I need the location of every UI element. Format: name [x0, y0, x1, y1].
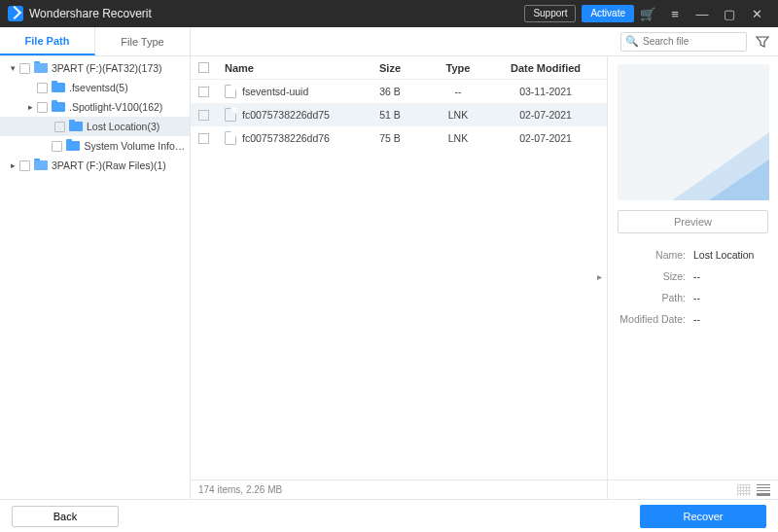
meta-key-name: Name: — [618, 249, 693, 261]
preview-thumbnail — [618, 64, 769, 200]
meta-val-path: -- — [693, 292, 768, 303]
close-icon[interactable]: ✕ — [743, 7, 770, 21]
cell-name: fseventsd-uuid — [242, 86, 308, 97]
tree-item-lost-location[interactable]: ▸ Lost Location(3) — [0, 117, 190, 136]
tree-item-fseventsd[interactable]: ▸ .fseventsd(5) — [0, 78, 190, 97]
folder-icon — [52, 102, 65, 112]
col-type[interactable]: Type — [424, 62, 492, 74]
tabs-row: File Path File Type 🔍 — [0, 27, 778, 56]
col-date[interactable]: Date Modified — [492, 62, 599, 74]
folder-icon — [69, 122, 83, 131]
table-row[interactable]: fseventsd-uuid 36 B -- 03-11-2021 — [191, 80, 607, 103]
menu-icon[interactable]: ≡ — [661, 7, 689, 21]
search-icon: 🔍 — [625, 35, 639, 48]
search-box[interactable]: 🔍 — [620, 32, 747, 52]
cell-type: LNK — [424, 109, 492, 121]
back-button[interactable]: Back — [12, 506, 119, 527]
cell-size: 51 B — [356, 109, 424, 121]
checkbox[interactable] — [52, 141, 62, 152]
main-area: ▾ 3PART (F:)(FAT32)(173) ▸ .fseventsd(5)… — [0, 56, 778, 499]
status-bar: 174 items, 2.26 MB — [191, 479, 778, 499]
grid-view-icon[interactable] — [737, 484, 751, 496]
preview-button[interactable]: Preview — [618, 210, 768, 233]
select-all-checkbox[interactable] — [198, 62, 209, 73]
meta-val-name: Lost Location — [693, 249, 768, 261]
tab-file-path[interactable]: File Path — [0, 27, 95, 55]
tree-root-3part-fat32[interactable]: ▾ 3PART (F:)(FAT32)(173) — [0, 58, 190, 78]
folder-icon — [52, 83, 65, 92]
checkbox[interactable] — [37, 83, 48, 93]
cell-date: 02-07-2021 — [492, 132, 599, 144]
meta-val-size: -- — [693, 270, 768, 282]
chevron-down-icon[interactable]: ▾ — [8, 63, 18, 73]
cell-date: 03-11-2021 — [492, 86, 599, 97]
panel-collapse-handle[interactable]: ▸ — [597, 263, 605, 290]
file-icon — [225, 85, 236, 98]
disk-icon — [34, 63, 48, 73]
disk-icon — [34, 160, 48, 170]
cell-type: -- — [424, 86, 492, 97]
tree-label: System Volume Information(2) — [84, 140, 186, 152]
tree-label: 3PART (F:)(FAT32)(173) — [52, 62, 162, 74]
tab-file-type[interactable]: File Type — [95, 27, 191, 55]
footer: Back Recover — [0, 499, 778, 532]
chevron-right-icon[interactable]: ▸ — [25, 102, 35, 112]
filter-icon[interactable] — [755, 34, 770, 50]
cell-name: fc0075738226dd76 — [242, 132, 330, 144]
sidebar: ▾ 3PART (F:)(FAT32)(173) ▸ .fseventsd(5)… — [0, 56, 191, 499]
checkbox[interactable] — [19, 63, 30, 74]
recover-button[interactable]: Recover — [640, 505, 766, 528]
tree-label: 3PART (F:)(Raw Files)(1) — [52, 160, 166, 171]
tree-label: Lost Location(3) — [87, 121, 159, 132]
titlebar: Wondershare Recoverit Support Activate 🛒… — [0, 0, 778, 27]
search-input[interactable] — [643, 36, 742, 47]
checkbox[interactable] — [198, 133, 209, 144]
cell-size: 75 B — [356, 132, 424, 144]
checkbox[interactable] — [198, 87, 209, 97]
list-view-icon[interactable] — [757, 484, 770, 496]
preview-panel: Preview Name:Lost Location Size:-- Path:… — [607, 56, 778, 499]
table-row[interactable]: fc0075738226dd75 51 B LNK 02-07-2021 — [191, 103, 607, 126]
meta-val-date: -- — [693, 313, 768, 325]
checkbox[interactable] — [54, 122, 65, 132]
tree-root-3part-raw[interactable]: ▸ 3PART (F:)(Raw Files)(1) — [0, 156, 190, 175]
file-icon — [225, 108, 236, 122]
support-button[interactable]: Support — [524, 5, 576, 22]
meta-key-path: Path: — [618, 292, 693, 303]
cart-icon[interactable]: 🛒 — [634, 7, 661, 21]
cell-date: 02-07-2021 — [492, 109, 599, 121]
col-name[interactable]: Name — [225, 62, 356, 74]
cell-name: fc0075738226dd75 — [242, 109, 330, 121]
table-row[interactable]: fc0075738226dd76 75 B LNK 02-07-2021 — [191, 126, 607, 150]
tree-item-spotlight[interactable]: ▸ .Spotlight-V100(162) — [0, 97, 190, 117]
activate-button[interactable]: Activate — [582, 5, 634, 22]
cell-size: 36 B — [356, 86, 424, 97]
col-size[interactable]: Size — [356, 62, 424, 74]
checkbox[interactable] — [19, 160, 30, 171]
folder-icon — [66, 141, 80, 151]
app-title: Wondershare Recoverit — [29, 7, 152, 20]
app-logo-icon — [8, 6, 23, 21]
meta-key-date: Modified Date: — [618, 313, 693, 325]
tree-label: .fseventsd(5) — [69, 82, 128, 93]
file-table: Name Size Type Date Modified fseventsd-u… — [191, 56, 607, 499]
file-icon — [225, 131, 236, 145]
meta-key-size: Size: — [618, 270, 693, 282]
chevron-right-icon[interactable]: ▸ — [8, 160, 18, 170]
table-header: Name Size Type Date Modified — [191, 56, 607, 80]
tree-item-svi[interactable]: ▸ System Volume Information(2) — [0, 136, 190, 156]
checkbox[interactable] — [37, 102, 48, 113]
status-text: 174 items, 2.26 MB — [198, 484, 282, 495]
cell-type: LNK — [424, 132, 492, 144]
tree-label: .Spotlight-V100(162) — [69, 101, 162, 113]
maximize-icon[interactable]: ▢ — [716, 7, 743, 21]
minimize-icon[interactable]: — — [689, 7, 716, 21]
checkbox[interactable] — [198, 110, 209, 121]
preview-metadata: Name:Lost Location Size:-- Path:-- Modif… — [618, 249, 768, 325]
